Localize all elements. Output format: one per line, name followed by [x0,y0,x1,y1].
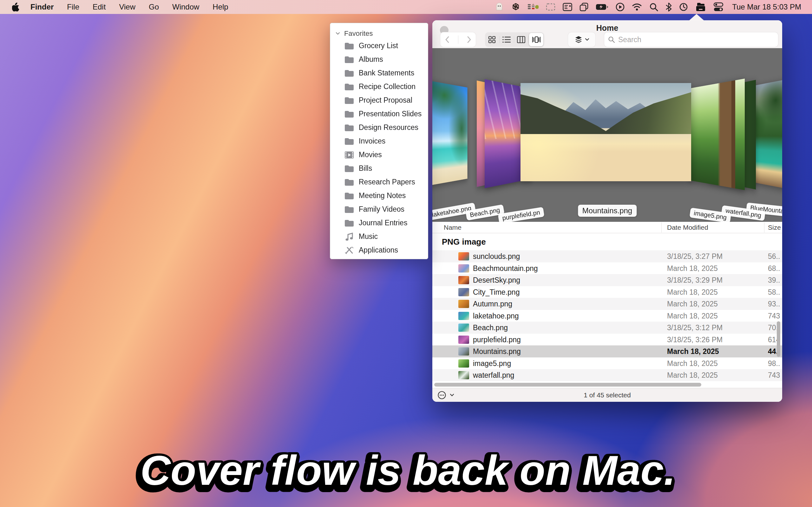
folder-icon [344,96,354,105]
menu-edit[interactable]: Edit [93,3,106,11]
sidebar-item-research-papers[interactable]: Research Papers [330,175,428,189]
view-icons-button[interactable] [485,32,499,47]
column-divider[interactable] [764,222,764,233]
menu-bar: Finder File Edit View Go Window Help [0,0,812,14]
sidebar-item-journal-entries[interactable]: Journal Entries [330,216,428,230]
file-date: March 18, 2025 [667,264,718,273]
folder-icon [344,42,354,50]
caption-text: Cover flow is back on Mac. [140,447,675,494]
sidebar-item-meeting-notes[interactable]: Meeting Notes [330,189,428,203]
sidebar-item-project-proposal[interactable]: Project Proposal [330,94,428,107]
sidebar-item-music[interactable]: Music [330,230,428,243]
menu-window[interactable]: Window [172,3,199,11]
sidebar-item-recipe-collection[interactable]: Recipe Collection [330,80,428,94]
file-name: Beach.png [473,324,508,332]
search-input[interactable] [618,36,764,44]
wifi-icon[interactable] [632,3,642,11]
search-icon[interactable] [649,3,658,11]
search-field[interactable] [604,32,778,47]
column-header-size[interactable]: Size [768,224,781,231]
control-center-icon[interactable] [713,2,723,12]
file-date: March 18, 2025 [667,312,718,320]
audio-levels-icon[interactable] [528,2,539,12]
menu-finder[interactable]: Finder [31,3,54,11]
sidebar-item-label: Recipe Collection [359,82,415,91]
file-size: 39.. [768,276,782,285]
status-bar: 1 of 45 selected [432,388,782,402]
view-list-button[interactable] [500,32,514,47]
cover-label: purplefield.pn [498,207,544,222]
horizontal-scrollbar[interactable] [434,383,780,387]
sidebar-item-family-videos[interactable]: Family Videos [330,203,428,216]
file-size: 98.. [768,359,782,368]
play-circle-icon[interactable] [616,3,624,11]
selection-count: 1 of 45 selected [432,391,782,399]
table-row[interactable]: Beach.png 3/18/25, 3:12 PM 70.. [432,322,782,334]
sidebar-item-grocery-list[interactable]: Grocery List [330,39,428,53]
menu-file[interactable]: File [67,3,79,11]
sidebar-item-label: Albums [359,55,383,64]
column-divider[interactable] [661,222,662,233]
sidebar-item-presentation-slides[interactable]: Presentation Slides [330,107,428,121]
table-row-selected[interactable]: Mountains.png March 18, 2025 44.. [432,345,782,357]
apple-logo-icon[interactable] [12,3,20,11]
cover-image5[interactable] [687,78,745,190]
folder-icon [344,164,354,173]
sidebar-item-label: Journal Entries [359,219,407,227]
sidebar-item-design-resources[interactable]: Design Resources [330,121,428,134]
copy-icon[interactable] [579,3,589,11]
sidebar-section-favorites[interactable]: Favorites [330,28,428,39]
table-row[interactable]: purplefield.png 3/18/25, 3:26 PM 614 [432,334,782,346]
divider [458,36,458,44]
table-row[interactable]: laketahoe.png March 18, 2025 743 [432,310,782,322]
vertical-scrollbar[interactable] [777,321,780,357]
scrollbar-thumb[interactable] [434,383,701,387]
table-row[interactable]: sunclouds.png 3/18/25, 3:27 PM 56.. [432,250,782,262]
openai-icon[interactable] [511,2,520,12]
table-row[interactable]: Autumn.png March 18, 2025 93.. [432,298,782,310]
folder-icon [344,219,354,227]
time-machine-icon[interactable] [679,3,688,11]
menu-bar-clock[interactable]: Tue Mar 18 5:03 PM [732,3,801,11]
applications-icon [344,246,354,255]
view-gallery-button[interactable] [529,33,543,46]
table-row[interactable]: waterfall.png March 18, 2025 743 [432,369,782,381]
table-row[interactable]: Beachmountain.png March 18, 2025 68.. [432,262,782,274]
back-icon[interactable] [444,36,450,43]
screen-mirroring-icon[interactable] [546,3,555,11]
menu-go[interactable]: Go [149,3,159,11]
sidebar-item-label: Grocery List [359,42,398,50]
table-row[interactable]: image5.png March 18, 2025 98.. [432,357,782,370]
folder-icon [344,69,354,77]
sidebar-item-label: Bank Statements [359,69,414,77]
forward-icon[interactable] [466,36,472,43]
menu-help[interactable]: Help [212,3,228,11]
sidebar-item-bank-statements[interactable]: Bank Statements [330,66,428,80]
notes-window-icon[interactable] [563,3,572,11]
folder-icon [344,178,354,186]
sidebar-item-movies[interactable]: Movies [330,148,428,162]
sidebar-item-albums[interactable]: Albums [330,53,428,66]
file-thumbnail [458,336,469,344]
view-columns-button[interactable] [514,32,528,47]
sidebar-item-applications[interactable]: Applications [330,243,428,257]
sidebar-item-label: Family Videos [359,205,404,214]
cover-mountains-selected[interactable] [520,83,691,181]
column-header-name[interactable]: Name [444,224,461,231]
battery-icon[interactable] [596,3,608,10]
menu-view[interactable]: View [119,3,136,11]
chevron-down-icon [335,31,341,37]
file-date: March 18, 2025 [667,359,718,368]
group-by-button[interactable] [568,32,595,47]
sidebar-item-bills[interactable]: Bills [330,162,428,175]
column-header-date-modified[interactable]: Date Modified [667,224,708,231]
cover-laketahoe[interactable] [432,77,467,189]
ghost-icon[interactable] [495,2,504,12]
sidebar-item-invoices[interactable]: Invoices [330,134,428,148]
table-row[interactable]: DesertSky.png 3/18/25, 3:29 PM 39.. [432,274,782,286]
sidebar-item-label: Bills [359,164,372,173]
file-archive-icon[interactable] [695,2,706,12]
sidebar-item-label: Movies [359,151,382,159]
bluetooth-icon[interactable] [665,2,672,12]
table-row[interactable]: City_Time.png March 18, 2025 58.. [432,286,782,298]
